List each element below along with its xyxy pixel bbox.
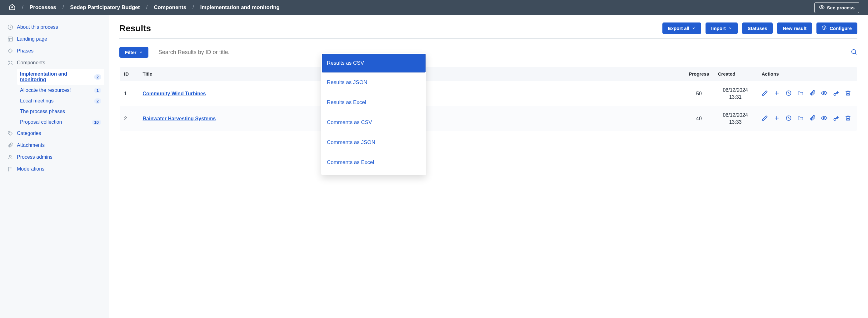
svg-line-12 [855, 53, 857, 54]
svg-point-1 [821, 6, 823, 8]
export-dropdown: Results as CSV Results as JSON Results a… [321, 53, 426, 175]
search-input[interactable] [158, 49, 840, 56]
sidebar-item-process-admins[interactable]: Process admins [4, 151, 104, 163]
export-option-comments-excel[interactable]: Comments as Excel [321, 153, 426, 172]
svg-point-16 [823, 92, 825, 94]
flag-icon [7, 166, 13, 172]
sidebar-item-moderations[interactable]: Moderations [4, 163, 104, 175]
breadcrumb-current[interactable]: Implementation and monitoring [200, 4, 280, 11]
cell-id: 1 [120, 81, 138, 106]
edit-icon[interactable] [762, 90, 768, 97]
clock-icon[interactable] [785, 90, 792, 97]
statuses-button[interactable]: Statuses [742, 23, 773, 34]
export-option-comments-json[interactable]: Comments as JSON [321, 132, 426, 153]
sidebar-sub-proposal-collection[interactable]: Proposal collection 10 [17, 117, 104, 127]
th-created: Created [714, 67, 757, 81]
diamond-icon [7, 48, 13, 54]
header-actions: Export all Import Statuses New result Co… [662, 23, 857, 34]
sidebar-sub-implementation[interactable]: Implementation and monitoring 2 [17, 69, 104, 85]
cell-created: 06/12/2024 13:33 [714, 106, 757, 131]
th-id: ID [120, 67, 138, 81]
export-all-button[interactable]: Export all [662, 23, 701, 34]
result-title-link[interactable]: Rainwater Harvesting Systems [143, 116, 216, 121]
row-actions [762, 90, 853, 97]
sidebar-item-categories[interactable]: Categories [4, 127, 104, 139]
chevron-down-icon [728, 26, 732, 31]
table-row: 2 Rainwater Harvesting Systems 40 06/12/… [120, 106, 857, 131]
chevron-down-icon [139, 50, 143, 55]
see-process-button[interactable]: See process [814, 2, 859, 13]
badge: 2 [94, 98, 101, 104]
breadcrumb-components[interactable]: Components [154, 4, 186, 11]
badge: 2 [94, 74, 101, 80]
export-option-results-csv[interactable]: Results as CSV [322, 54, 426, 72]
sidebar-item-components[interactable]: Components [4, 57, 104, 69]
tag-icon [7, 131, 13, 136]
home-icon[interactable] [9, 3, 16, 12]
svg-point-4 [10, 26, 11, 26]
svg-point-8 [9, 132, 10, 133]
permissions-icon[interactable] [833, 90, 839, 97]
folder-icon[interactable] [797, 90, 804, 97]
page-title: Results [119, 24, 151, 33]
gear-icon [822, 25, 827, 31]
svg-point-9 [9, 155, 11, 157]
trash-icon[interactable] [845, 90, 851, 97]
filter-row: Filter [119, 47, 857, 58]
th-actions: Actions [757, 67, 857, 81]
content: Results Export all Import Statuses New r… [109, 15, 868, 318]
th-progress: Progress [684, 67, 713, 81]
sidebar-item-landing[interactable]: Landing page [4, 33, 104, 45]
svg-point-21 [823, 117, 825, 119]
user-icon [7, 154, 13, 160]
export-option-comments-csv[interactable]: Comments as CSV [321, 113, 426, 132]
badge: 10 [92, 120, 101, 125]
import-button[interactable]: Import [706, 23, 738, 34]
svg-point-11 [852, 50, 856, 54]
badge: 1 [94, 88, 101, 93]
new-result-button[interactable]: New result [777, 23, 812, 34]
filter-button[interactable]: Filter [119, 47, 148, 58]
svg-rect-5 [8, 37, 12, 41]
info-icon [7, 24, 13, 30]
chevron-down-icon [692, 26, 695, 31]
configure-button[interactable]: Configure [816, 23, 857, 34]
preview-icon[interactable] [821, 115, 827, 123]
export-option-results-excel[interactable]: Results as Excel [321, 92, 426, 113]
sidebar-item-about[interactable]: About this process [4, 21, 104, 33]
sidebar-sub-allocate[interactable]: Allocate the resources! 1 [17, 85, 104, 96]
cell-id: 2 [120, 106, 138, 131]
svg-point-0 [11, 6, 13, 8]
sidebar-item-attachments[interactable]: Attachments [4, 139, 104, 151]
result-title-link[interactable]: Community Wind Turbines [143, 91, 206, 96]
row-actions [762, 115, 853, 123]
plus-icon[interactable] [774, 115, 780, 123]
edit-icon[interactable] [762, 115, 768, 123]
sidebar-item-phases[interactable]: Phases [4, 45, 104, 57]
clock-icon[interactable] [785, 115, 792, 123]
clip-icon[interactable] [809, 90, 815, 97]
eye-icon [819, 4, 825, 11]
cell-progress: 50 [684, 81, 713, 106]
breadcrumb-process-name[interactable]: Sedep Participatory Budget [70, 4, 140, 11]
breadcrumb-processes[interactable]: Processes [30, 4, 56, 11]
cell-progress: 40 [684, 106, 713, 131]
tools-icon [7, 60, 13, 66]
export-option-results-json[interactable]: Results as JSON [321, 72, 426, 92]
plus-icon[interactable] [774, 90, 780, 97]
sidebar-sub-local-meetings[interactable]: Local meetings 2 [17, 96, 104, 106]
folder-icon[interactable] [797, 115, 804, 123]
svg-point-22 [834, 118, 836, 121]
sidebar-sub-process-phases[interactable]: The process phases [17, 106, 104, 117]
sidebar-components-sublist: Implementation and monitoring 2 Allocate… [17, 69, 104, 127]
table-row: 1 Community Wind Turbines 50 06/12/2024 … [120, 81, 857, 106]
clip-icon[interactable] [809, 115, 815, 123]
cell-created: 06/12/2024 13:31 [714, 81, 757, 106]
preview-icon[interactable] [821, 90, 827, 97]
permissions-icon[interactable] [833, 115, 839, 123]
search-icon[interactable] [850, 49, 857, 56]
trash-icon[interactable] [845, 115, 851, 123]
content-header: Results Export all Import Statuses New r… [119, 23, 857, 39]
layout-icon [7, 36, 13, 42]
svg-point-10 [824, 27, 825, 28]
